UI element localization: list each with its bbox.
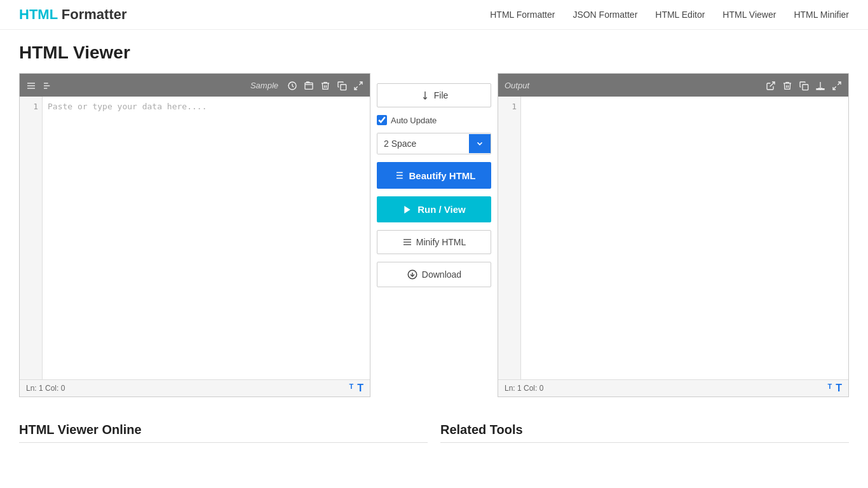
nav-html-editor[interactable]: HTML Editor: [655, 10, 705, 20]
svg-rect-27: [817, 88, 824, 89]
beautify-btn-label: Beautify HTML: [409, 170, 476, 181]
left-divider: [19, 442, 428, 443]
beautify-icon: [393, 170, 404, 181]
play-icon: [402, 205, 412, 215]
svg-line-28: [837, 82, 841, 85]
run-btn-label: Run / View: [417, 204, 466, 215]
output-toolbar-right: [766, 79, 842, 91]
minify-button[interactable]: Minify HTML: [377, 230, 491, 254]
output-copy-icon[interactable]: [799, 79, 809, 91]
auto-update-label[interactable]: Auto Update: [391, 116, 437, 125]
space-select-arrow: [469, 134, 491, 153]
svg-line-10: [355, 86, 358, 90]
nav-links: HTML Formatter JSON Formatter HTML Edito…: [490, 10, 849, 20]
output-font-decrease-btn[interactable]: T: [827, 383, 832, 394]
copy-icon[interactable]: [337, 79, 347, 91]
history-icon[interactable]: [287, 79, 297, 91]
output-toolbar: Output: [498, 74, 848, 97]
svg-line-24: [770, 82, 775, 86]
output-panel: Output: [498, 73, 849, 397]
svg-rect-3: [44, 83, 48, 83]
editor-body: 1: [20, 97, 370, 379]
sample-label: Sample: [250, 81, 278, 90]
brand-formatter: Formatter: [58, 6, 127, 22]
file-button[interactable]: File: [377, 83, 491, 107]
download-btn-label: Download: [422, 269, 461, 280]
auto-update-checkbox[interactable]: [377, 115, 387, 125]
output-line-numbers: 1: [498, 97, 521, 379]
brand-logo[interactable]: HTML Formatter: [19, 6, 127, 23]
svg-rect-4: [44, 85, 50, 86]
svg-rect-25: [803, 85, 808, 90]
svg-marker-18: [405, 206, 410, 214]
textarea-wrap: [43, 97, 370, 379]
right-divider: [440, 442, 849, 443]
bottom-left-heading: HTML Viewer Online: [19, 423, 428, 437]
bottom-section: HTML Viewer Online Related Tools: [0, 410, 868, 456]
editor-status-text: Ln: 1 Col: 0: [26, 384, 65, 393]
bottom-right-heading: Related Tools: [440, 423, 849, 437]
line-numbers: 1: [20, 97, 43, 379]
page-content: HTML Viewer Sample: [0, 30, 868, 410]
output-content: [521, 97, 848, 379]
download-icon: [407, 269, 418, 280]
beautify-button[interactable]: Beautify HTML: [377, 162, 491, 189]
bottom-left: HTML Viewer Online: [19, 423, 428, 443]
run-button[interactable]: Run / View: [377, 196, 491, 222]
svg-line-29: [833, 86, 836, 90]
font-size-controls: T T: [349, 383, 363, 394]
output-label: Output: [505, 81, 529, 90]
svg-rect-5: [44, 88, 47, 88]
input-editor-panel: Sample: [19, 73, 370, 397]
file-btn-label: File: [434, 90, 449, 100]
minify-icon: [402, 237, 412, 247]
upload-icon: [420, 90, 430, 100]
nav-html-formatter[interactable]: HTML Formatter: [490, 10, 555, 20]
minify-btn-label: Minify HTML: [416, 237, 466, 247]
space-select[interactable]: 2 Space 4 Space Tab: [377, 133, 469, 154]
space-select-wrap: 2 Space 4 Space Tab: [377, 133, 491, 154]
input-toolbar: Sample: [20, 74, 370, 97]
svg-rect-8: [341, 85, 346, 90]
chevron-down-icon: [475, 139, 484, 148]
font-decrease-btn[interactable]: T: [349, 383, 353, 394]
output-expand-icon[interactable]: [832, 79, 842, 91]
editor-status-bar: Ln: 1 Col: 0 T T: [20, 379, 370, 396]
bottom-right: Related Tools: [428, 423, 849, 443]
font-increase-btn[interactable]: T: [357, 383, 363, 394]
nav-json-formatter[interactable]: JSON Formatter: [573, 10, 637, 20]
top-nav: HTML Formatter HTML Formatter JSON Forma…: [0, 0, 868, 30]
delete-icon[interactable]: [320, 79, 330, 91]
svg-rect-0: [27, 83, 35, 83]
output-status-text: Ln: 1 Col: 0: [505, 384, 543, 393]
output-download-icon[interactable]: [815, 79, 825, 91]
list-icon[interactable]: [26, 79, 36, 91]
editor-area: Sample: [19, 73, 849, 397]
output-delete-icon[interactable]: [782, 79, 792, 91]
expand-icon[interactable]: [353, 79, 363, 91]
nav-html-minifier[interactable]: HTML Minifier: [794, 10, 849, 20]
output-status-bar: Ln: 1 Col: 0 T T: [498, 379, 848, 396]
svg-rect-7: [305, 83, 313, 89]
output-font-size-controls: T T: [827, 383, 842, 394]
page-title: HTML Viewer: [19, 43, 849, 63]
output-body: 1: [498, 97, 848, 379]
brand-html: HTML: [19, 6, 58, 22]
middle-controls: File Auto Update 2 Space 4 Space Tab: [370, 73, 498, 397]
menu-icon[interactable]: [43, 79, 53, 91]
nav-html-viewer[interactable]: HTML Viewer: [722, 10, 776, 20]
open-new-window-icon[interactable]: [766, 79, 776, 91]
svg-rect-1: [27, 85, 35, 86]
svg-line-9: [359, 82, 362, 85]
toolbar-right: Sample: [250, 79, 363, 91]
open-file-icon[interactable]: [304, 79, 314, 91]
svg-rect-2: [27, 88, 35, 88]
auto-update-row: Auto Update: [377, 115, 491, 125]
toolbar-left: [26, 79, 53, 91]
download-button[interactable]: Download: [377, 262, 491, 287]
input-textarea[interactable]: [43, 97, 370, 379]
output-font-increase-btn[interactable]: T: [836, 383, 842, 394]
